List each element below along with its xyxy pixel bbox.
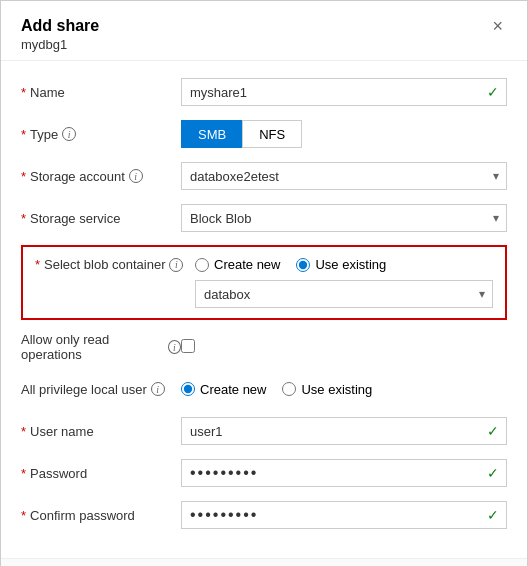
storage-account-row: * Storage account i databoxe2etest ▾ [21, 161, 507, 191]
password-input-wrapper: ✓ [181, 459, 507, 487]
privilege-create-new-option[interactable]: Create new [181, 382, 266, 397]
storage-account-info-icon[interactable]: i [129, 169, 143, 183]
name-label: * Name [21, 85, 181, 100]
create-new-radio[interactable] [195, 258, 209, 272]
type-label: * Type i [21, 127, 181, 142]
storage-service-label: * Storage service [21, 211, 181, 226]
blob-container-info-icon[interactable]: i [169, 258, 183, 272]
nfs-button[interactable]: NFS [242, 120, 302, 148]
storage-account-select[interactable]: databoxe2etest [181, 162, 507, 190]
close-button[interactable]: × [488, 17, 507, 35]
blob-dropdown-row: databox ▾ [35, 280, 493, 308]
allow-read-row: Allow only read operations i [21, 332, 507, 362]
dialog-header: Add share mydbg1 × [1, 1, 527, 61]
add-share-dialog: Add share mydbg1 × * Name ✓ * Type i [0, 0, 528, 566]
storage-account-control: databoxe2etest ▾ [181, 162, 507, 190]
privilege-create-new-radio[interactable] [181, 382, 195, 396]
privilege-use-existing-option[interactable]: Use existing [282, 382, 372, 397]
required-star-cpw: * [21, 508, 26, 523]
name-check-icon: ✓ [487, 84, 499, 100]
allow-read-control [181, 339, 507, 356]
dialog-subtitle: mydbg1 [21, 37, 99, 52]
password-row: * Password ✓ [21, 458, 507, 488]
required-star-ss: * [21, 211, 26, 226]
required-star-sa: * [21, 169, 26, 184]
privilege-user-row: All privilege local user i Create new Us… [21, 374, 507, 404]
username-check-icon: ✓ [487, 423, 499, 439]
confirm-password-row: * Confirm password ✓ [21, 500, 507, 530]
required-star-type: * [21, 127, 26, 142]
name-row: * Name ✓ [21, 77, 507, 107]
type-row: * Type i SMB NFS [21, 119, 507, 149]
storage-service-select[interactable]: Block Blob [181, 204, 507, 232]
privilege-use-existing-radio[interactable] [282, 382, 296, 396]
username-label: * User name [21, 424, 181, 439]
required-star-un: * [21, 424, 26, 439]
confirm-password-control: ✓ [181, 501, 507, 529]
privilege-user-radio-group: Create new Use existing [181, 382, 507, 397]
smb-button[interactable]: SMB [181, 120, 242, 148]
confirm-password-check-icon: ✓ [487, 507, 499, 523]
privilege-user-info-icon[interactable]: i [151, 382, 165, 396]
required-star: * [21, 85, 26, 100]
required-star-bc: * [35, 257, 40, 272]
confirm-password-input-wrapper: ✓ [181, 501, 507, 529]
type-info-icon[interactable]: i [62, 127, 76, 141]
username-input-wrapper: ✓ [181, 417, 507, 445]
blob-container-section: * Select blob container i Create new Use… [21, 245, 507, 320]
username-row: * User name ✓ [21, 416, 507, 446]
blob-container-select-wrapper: databox ▾ [195, 280, 493, 308]
privilege-user-label: All privilege local user i [21, 382, 181, 397]
type-toggle-group: SMB NFS [181, 120, 507, 148]
username-input[interactable] [181, 417, 507, 445]
type-control: SMB NFS [181, 120, 507, 148]
allow-read-label: Allow only read operations i [21, 332, 181, 362]
use-existing-option[interactable]: Use existing [296, 257, 386, 272]
dialog-body: * Name ✓ * Type i SMB NFS [1, 61, 527, 558]
blob-container-row: * Select blob container i Create new Use… [35, 257, 493, 272]
privilege-user-control: Create new Use existing [181, 382, 507, 397]
confirm-password-label: * Confirm password [21, 508, 181, 523]
password-check-icon: ✓ [487, 465, 499, 481]
storage-service-row: * Storage service Block Blob ▾ [21, 203, 507, 233]
name-input[interactable] [181, 78, 507, 106]
create-new-option[interactable]: Create new [195, 257, 280, 272]
storage-account-select-wrapper: databoxe2etest ▾ [181, 162, 507, 190]
blob-container-label: * Select blob container i [35, 257, 195, 272]
required-star-pw: * [21, 466, 26, 481]
password-control: ✓ [181, 459, 507, 487]
username-control: ✓ [181, 417, 507, 445]
storage-service-select-wrapper: Block Blob ▾ [181, 204, 507, 232]
password-input[interactable] [181, 459, 507, 487]
blob-container-select[interactable]: databox [195, 280, 493, 308]
dialog-footer: Create [1, 558, 527, 566]
use-existing-radio[interactable] [296, 258, 310, 272]
storage-service-control: Block Blob ▾ [181, 204, 507, 232]
allow-read-checkbox[interactable] [181, 339, 195, 353]
storage-account-label: * Storage account i [21, 169, 181, 184]
password-label: * Password [21, 466, 181, 481]
name-input-wrapper: ✓ [181, 78, 507, 106]
name-control: ✓ [181, 78, 507, 106]
allow-read-info-icon[interactable]: i [168, 340, 181, 354]
blob-container-radio-group: Create new Use existing [195, 257, 386, 272]
dialog-title: Add share [21, 17, 99, 35]
confirm-password-input[interactable] [181, 501, 507, 529]
